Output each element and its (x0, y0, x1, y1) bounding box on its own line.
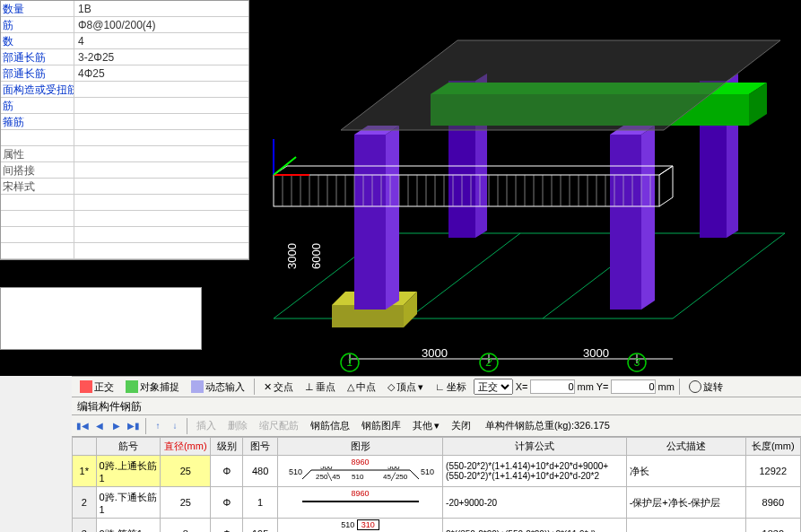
mode-select[interactable]: 正交 (474, 379, 513, 395)
cell-formula[interactable]: (550-20*2)*(1+1.414)+10*d+20*d+9000+(550… (443, 456, 627, 487)
cell-fig[interactable]: 1 (243, 487, 278, 519)
prop-label: 部通长筋 (1, 49, 74, 65)
mid-button[interactable]: △中点 (343, 379, 380, 396)
col-desc[interactable]: 公式描述 (626, 438, 745, 456)
svg-marker-14 (641, 126, 655, 310)
scale-button[interactable]: 缩尺配筋 (255, 417, 303, 434)
other-button[interactable]: 其他▾ (408, 417, 444, 434)
prev-button[interactable]: ◀ (92, 419, 107, 433)
prop-label (1, 243, 74, 258)
col-length[interactable]: 长度(mm) (745, 438, 800, 456)
up-button[interactable]: ↑ (151, 419, 165, 433)
prop-value[interactable]: 1B (74, 1, 248, 16)
col-name[interactable]: 筋号 (96, 438, 161, 456)
osnap-button[interactable]: 对象捕捉 (121, 379, 184, 396)
cell-name[interactable]: 0跨.上通长筋1 (96, 456, 161, 487)
rebar-info-button[interactable]: 钢筋信息 (306, 417, 354, 434)
cell-len[interactable]: 12922 (745, 456, 800, 487)
delete-button[interactable]: 删除 (223, 417, 252, 434)
svg-text:500: 500 (387, 467, 400, 471)
col-blank[interactable] (73, 438, 97, 456)
rebar-lib-button[interactable]: 钢筋图库 (357, 417, 405, 434)
prop-label: 箍筋 (1, 114, 74, 129)
cell-desc[interactable] (626, 519, 745, 533)
dim-1: 3000 (422, 346, 448, 360)
cross-button[interactable]: ✕交点 (259, 379, 298, 396)
cell-dia[interactable]: 25 (161, 456, 211, 487)
col-formula[interactable]: 计算公式 (443, 438, 627, 456)
insert-button[interactable]: 插入 (192, 417, 221, 434)
prop-value[interactable] (74, 82, 248, 97)
col-diameter[interactable]: 直径(mm) (161, 438, 211, 456)
prop-value[interactable] (74, 114, 248, 129)
ortho-button[interactable]: 正交 (75, 379, 118, 396)
prop-value[interactable] (74, 130, 248, 145)
cell-dia[interactable]: 8 (161, 519, 211, 533)
first-button[interactable]: ▮◀ (75, 419, 90, 433)
prop-label: 部通长筋 (1, 65, 74, 81)
cell-level[interactable]: Φ (211, 456, 243, 487)
prop-label (1, 130, 74, 145)
y-field: mm Y= (578, 379, 656, 394)
svg-marker-10 (354, 135, 386, 310)
rebar-toolbar: ▮◀ ◀ ▶ ▶▮ ↑ ↓ 插入 删除 缩尺配筋 钢筋信息 钢筋图库 其他▾ 关… (72, 415, 801, 437)
cell-name[interactable]: 0跨.下通长筋1 (96, 487, 161, 519)
cell-desc[interactable]: -保护层+净长-保护层 (626, 487, 745, 519)
cell-fig[interactable]: 195 (243, 519, 278, 533)
cell-formula[interactable]: -20+9000-20 (443, 487, 627, 519)
cell-name[interactable]: 0跨.箍筋1 (96, 519, 161, 533)
prop-value[interactable] (74, 243, 248, 258)
row-header[interactable]: 3 (73, 519, 97, 533)
axis-marker-3: 3 (634, 356, 640, 369)
prop-value[interactable] (74, 98, 248, 113)
cell-shape[interactable]: 8960510250╲4551045╱250500500510 (278, 456, 443, 487)
svg-text:500: 500 (320, 467, 333, 471)
snap-toolbar: 正交 对象捕捉 动态输入 ✕交点 ⊥垂点 △中点 ◇顶点▾ ∟坐标 正交 X= … (72, 376, 801, 397)
last-button[interactable]: ▶▮ (126, 419, 141, 433)
cell-desc[interactable]: 净长 (626, 456, 745, 487)
vertex-button[interactable]: ◇顶点▾ (383, 379, 428, 396)
prop-value[interactable] (74, 179, 248, 194)
prop-value[interactable]: Φ8@100/200(4) (74, 17, 248, 32)
prop-value[interactable]: 3-2Φ25 (74, 49, 248, 65)
rebar-table[interactable]: 筋号 直径(mm) 级别 图号 图形 计算公式 公式描述 长度(mm) 1* 0… (72, 437, 801, 532)
prop-value[interactable] (74, 162, 248, 178)
prop-value[interactable]: 4 (74, 33, 248, 48)
dim-h2: 6000 (309, 243, 323, 269)
vertex-icon: ◇ (387, 381, 395, 393)
col-shape[interactable]: 图形 (278, 438, 443, 456)
prop-label: 筋 (1, 98, 74, 113)
prop-value[interactable] (74, 195, 248, 210)
cell-shape[interactable]: 510 310 (278, 519, 443, 533)
close-button[interactable]: 关闭 (447, 417, 475, 434)
cell-level[interactable]: Φ (211, 519, 243, 533)
axis-marker-2: 2 (485, 356, 492, 369)
row-header[interactable]: 1* (73, 456, 97, 487)
prop-label: 筋 (1, 17, 74, 32)
cell-len[interactable]: 1830 (745, 519, 800, 533)
prop-label: 宋样式 (1, 179, 74, 194)
y-input[interactable] (611, 379, 656, 394)
coord-button[interactable]: ∟坐标 (431, 379, 471, 396)
row-header[interactable]: 2 (73, 487, 97, 519)
prop-value[interactable] (74, 146, 248, 161)
x-field: X= (516, 379, 575, 394)
cell-fig[interactable]: 480 (243, 456, 278, 487)
perp-button[interactable]: ⊥垂点 (300, 379, 340, 396)
cell-dia[interactable]: 25 (161, 487, 211, 519)
col-level[interactable]: 级别 (211, 438, 243, 456)
cell-len[interactable]: 8960 (745, 487, 800, 519)
cell-level[interactable]: Φ (211, 487, 243, 519)
down-button[interactable]: ↓ (168, 419, 182, 433)
cell-shape[interactable]: 8960 (278, 487, 443, 519)
rotate-button[interactable]: 旋转 (684, 379, 727, 396)
prop-value[interactable] (74, 211, 248, 226)
prop-value[interactable]: 4Φ25 (74, 65, 248, 81)
dynamic-input-button[interactable]: 动态输入 (187, 379, 249, 396)
col-fig[interactable]: 图号 (243, 438, 278, 456)
cell-formula[interactable]: 2*((350-2*20)+(550-2*20))+2*(11.9*d) (443, 519, 627, 533)
next-button[interactable]: ▶ (109, 419, 124, 433)
prop-value[interactable] (74, 227, 248, 242)
coord-icon: ∟ (435, 381, 445, 392)
x-input[interactable] (530, 379, 575, 394)
